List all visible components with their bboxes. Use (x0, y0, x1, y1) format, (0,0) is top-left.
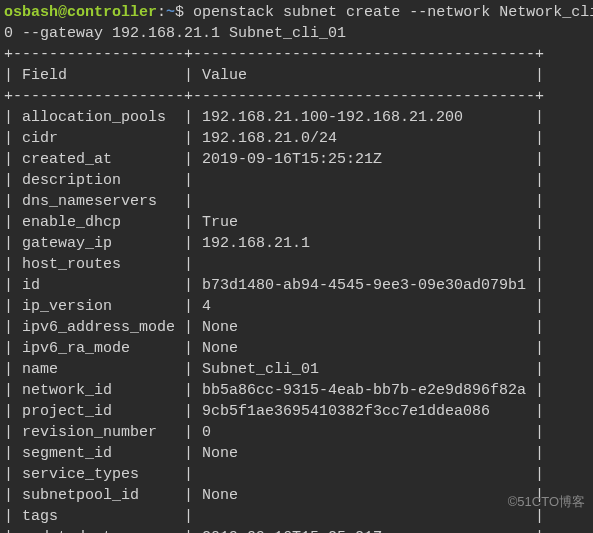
prompt-path: ~ (166, 4, 175, 21)
table-row: | host_routes | | (4, 254, 589, 275)
prompt-at: @ (58, 4, 67, 21)
table-header-row: | Field | Value | (4, 65, 589, 86)
prompt-host: controller (67, 4, 157, 21)
table-row: | gateway_ip | 192.168.21.1 | (4, 233, 589, 254)
table-row: | name | Subnet_cli_01 | (4, 359, 589, 380)
command-line-2: 0 --gateway 192.168.21.1 Subnet_cli_01 (4, 23, 589, 44)
watermark-text: ©51CTO博客 (508, 493, 585, 511)
table-row: | enable_dhcp | True | (4, 212, 589, 233)
table-row: | segment_id | None | (4, 443, 589, 464)
table-row: | cidr | 192.168.21.0/24 | (4, 128, 589, 149)
command-text-1: openstack subnet create --network Networ… (184, 4, 593, 21)
table-border-top: +-------------------+-------------------… (4, 44, 589, 65)
prompt-dollar: $ (175, 4, 184, 21)
table-row: | revision_number | 0 | (4, 422, 589, 443)
table-row: | ipv6_address_mode | None | (4, 317, 589, 338)
table-row: | subnetpool_id | None | (4, 485, 589, 506)
table-row: | id | b73d1480-ab94-4545-9ee3-09e30ad07… (4, 275, 589, 296)
table-row: | project_id | 9cb5f1ae3695410382f3cc7e1… (4, 401, 589, 422)
table-row: | ipv6_ra_mode | None | (4, 338, 589, 359)
table-row: | updated_at | 2019-09-16T15:25:21Z | (4, 527, 589, 533)
table-row: | created_at | 2019-09-16T15:25:21Z | (4, 149, 589, 170)
table-border-mid: +-------------------+-------------------… (4, 86, 589, 107)
table-row: | service_types | | (4, 464, 589, 485)
command-text-2: 0 --gateway 192.168.21.1 Subnet_cli_01 (4, 25, 346, 42)
prompt-colon: : (157, 4, 166, 21)
table-row: | network_id | bb5a86cc-9315-4eab-bb7b-e… (4, 380, 589, 401)
table-row: | dns_nameservers | | (4, 191, 589, 212)
table-row: | description | | (4, 170, 589, 191)
table-row: | ip_version | 4 | (4, 296, 589, 317)
table-row: | tags | | (4, 506, 589, 527)
prompt-user: osbash (4, 4, 58, 21)
table-row: | allocation_pools | 192.168.21.100-192.… (4, 107, 589, 128)
prompt-line-1: osbash@controller:~$ openstack subnet cr… (4, 2, 589, 23)
